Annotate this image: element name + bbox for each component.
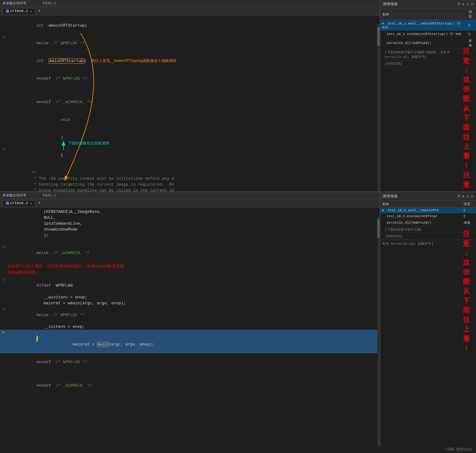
top-scrollbar[interactable] xyxy=(377,24,380,191)
bot-blank2 xyxy=(0,371,380,377)
top-annotation-red: 注意：这张图从下面往上看！注意：这张图从下面往上看！ xyxy=(458,46,475,191)
bottom-call-stack-panel: 调用堆栈 ⊓ ▾ ↗ ✕ 名称 语言 xyxy=(380,192,476,446)
code-line-comment3: * handling targetting the current image … xyxy=(0,182,380,187)
bottom-callstack-header: 调用堆栈 ⊓ ▾ ↗ ✕ xyxy=(380,192,476,201)
top-callstack-icons: ⊓ ▾ ↗ ✕ xyxy=(457,2,474,7)
top-panel: 未加载任何符号 test.c crtexe.c ✕ + xyxy=(0,0,476,192)
bottom-code-editor: 未加载任何符号 test.c crtexe.c ✕ + xyxy=(0,192,380,446)
bot-callstack-cell-lang-1: C xyxy=(462,213,476,219)
top-tab-add[interactable]: + xyxy=(38,8,41,14)
bot-callstack-row-0[interactable]: ► test_10_2.exel__tmainCRTS C xyxy=(380,208,476,213)
bot-line-4: showWindowMode xyxy=(0,226,380,232)
pin-icon[interactable]: ⊓ xyxy=(457,2,460,7)
bottom-annotation-red: 注意：这张图从下面往上看！ xyxy=(458,229,475,353)
top-code-editor: 未加载任何符号 test.c crtexe.c ✕ + xyxy=(0,0,380,191)
active-arrow-0: ► xyxy=(382,22,384,25)
code-line-8: ) xyxy=(0,129,380,146)
bot-line-2: NULL, xyxy=(0,215,380,221)
callstack-row-0[interactable]: ► test_10_2.exel__tmainCRTStartup() 行 62… xyxy=(380,20,476,31)
col-lang-header: 语言 xyxy=(467,9,476,20)
bot-close-panel-icon[interactable]: ✕ xyxy=(471,194,474,199)
bot-callstack-cell-name-2: kernel32.dll76dbfa29() xyxy=(380,219,462,226)
f10-annotation: 首先按F10进入调试，并打开调用堆栈窗口，发现main函数也是被 其他函数调用的… xyxy=(7,263,380,275)
bottom-tab-close[interactable]: ✕ xyxy=(30,201,32,205)
bot-pin-icon[interactable]: ⊓ xyxy=(457,194,460,199)
top-tab-test-inactive[interactable]: test.c xyxy=(43,1,56,6)
close-panel-icon[interactable]: ✕ xyxy=(471,2,474,7)
bot-callstack-cell-name-1: test_10_2.exelmainCRTStar xyxy=(380,213,462,219)
bottom-tab-add[interactable]: + xyxy=(38,200,41,206)
top-tab-close[interactable]: ✕ xyxy=(30,9,32,13)
tab-purple-icon xyxy=(6,10,9,13)
bot-line-14: #endif /* _WINMAIN_ */ xyxy=(0,377,380,394)
bot-line-10: □ #else /* WPRFLAG */ xyxy=(0,306,380,324)
code-line-comment4: * using exception handling can be called… xyxy=(0,187,380,191)
bot-menu-icon[interactable]: ▾ xyxy=(462,194,465,199)
main-highlight: main xyxy=(97,342,108,347)
top-code-content: int wmainCRTStartup( □ #else /* WPRFLAG … xyxy=(0,15,380,191)
bottom-scroll-thumb[interactable] xyxy=(377,219,380,238)
code-line-comment2: * The /GS security cookie must be initia… xyxy=(0,176,380,182)
bot-line-1: (HINSTANCE)&__ImageBase, xyxy=(0,209,380,215)
bottom-tab-purple-icon xyxy=(6,202,9,205)
code-line-7: void xyxy=(0,111,380,129)
bot-line-7: □ #ifdef WPRFLAG xyxy=(0,277,380,294)
bot-line-9: mainret = wmain(argc, argv, envp); xyxy=(0,300,380,306)
bot-callstack-cell-lang-0: C xyxy=(462,208,476,213)
callstack-cell-lang-1: C xyxy=(467,31,476,37)
bot-line-3: lpszCommandLine, xyxy=(0,221,380,226)
bottom-no-symbol-text: 未加载任何符号 xyxy=(2,193,26,198)
menu-icon[interactable]: ▾ xyxy=(462,2,465,7)
bottom-callstack-icons: ⊓ ▾ ↗ ✕ xyxy=(457,194,474,199)
code-line-6: #endif /* _WINMAIN_ */· xyxy=(0,93,380,111)
code-line-comment1: /* xyxy=(0,170,380,176)
bottom-no-symbol-bar: 未加载任何符号 test.c xyxy=(0,192,380,199)
bot-blank1 xyxy=(0,238,380,244)
code-line-9: □ { xyxy=(0,146,380,164)
bottom-panel: 未加载任何符号 test.c crtexe.c ✕ + xyxy=(0,192,476,446)
bot-callstack-row-2[interactable]: kernel32.dll76dbfa29() 未知 xyxy=(380,219,476,226)
bot-line-5: ); xyxy=(0,232,380,238)
bottom-tab-crtexe[interactable]: crtexe.c ✕ xyxy=(2,200,35,206)
mainCRTStartup-highlight: mainCRTStartup xyxy=(49,58,84,64)
callstack-cell-lang-0: C xyxy=(467,20,476,31)
bot-line-13: #endif /* WPRFLAG */ xyxy=(0,353,380,371)
code-line-3: int mainCRTStartup( 再往上发现__tmainCRTStart… xyxy=(0,52,380,70)
bottom-tab-test-inactive[interactable]: test.c xyxy=(43,193,56,198)
callstack-row-1[interactable]: test_10_2.exelmainCRTStartup() 行 466 C xyxy=(380,31,476,37)
top-callstack-header: 调用堆栈 ⊓ ▾ ↗ ✕ xyxy=(380,0,476,9)
csdn-label: CSDN @Cbltps xyxy=(446,447,472,452)
code-line-2: □ #else /* WPRFLAG */ xyxy=(0,34,380,52)
main-container: 未加载任何符号 test.c crtexe.c ✕ + xyxy=(0,0,476,453)
code-line-4: #endif /* WPRFLAG */ xyxy=(0,70,380,87)
top-no-symbol-bar: 未加载任何符号 test.c xyxy=(0,0,380,7)
callstack-cell-name-0: ► test_10_2.exel__tmainCRTStartup() 行 62… xyxy=(380,20,467,31)
col-name-header: 名称 xyxy=(380,9,467,20)
bot-float-icon[interactable]: ↗ xyxy=(466,194,469,199)
top-scroll-thumb[interactable] xyxy=(377,27,380,46)
bottom-scrollbar[interactable] xyxy=(377,216,380,446)
code-line-blank1 xyxy=(0,164,380,170)
top-callstack-title: 调用堆栈 xyxy=(383,2,398,7)
gutter-9: □ xyxy=(2,146,7,152)
bot-line-8: __winitenv = envp; xyxy=(0,294,380,300)
top-call-stack-panel: 调用堆栈 ⊓ ▾ ↗ ✕ 名称 语言 xyxy=(380,0,476,191)
bottom-callstack-title: 调用堆栈 xyxy=(383,194,398,199)
bot-callstack-cell-name-0: ► test_10_2.exel__tmainCRTS xyxy=(380,208,462,213)
bot-callstack-row-1[interactable]: test_10_2.exelmainCRTStar C xyxy=(380,213,476,219)
top-tab-crtexe[interactable]: crtexe.c ✕ xyxy=(2,8,35,14)
bot-line-6: □ #else /* _WINMAIN_ */ xyxy=(0,244,380,262)
bot-line-12: ► | mainret = main(argc, argv, envp); xyxy=(0,330,380,353)
top-tab-bar: crtexe.c ✕ + xyxy=(0,7,380,15)
bot-col-lang-header: 语言 xyxy=(462,201,476,208)
bot-callstack-cell-lang-2: 未知 xyxy=(462,219,476,226)
code-line-5 xyxy=(0,87,380,93)
top-no-symbol-text: 未加载任何符号 xyxy=(2,1,26,6)
bottom-code-content: (HINSTANCE)&__ImageBase, NULL, lpszComma… xyxy=(0,208,380,446)
callstack-cell-name-2: kernel32.dll76dbfa29() xyxy=(380,37,467,49)
status-bar: CSDN @Cbltps xyxy=(442,446,476,453)
gutter-2: □ xyxy=(2,34,7,40)
callstack-cell-name-1: test_10_2.exelmainCRTStartup() 行 466 xyxy=(380,31,467,37)
float-icon[interactable]: ↗ xyxy=(466,2,469,7)
code-line-1: int wmainCRTStartup( xyxy=(0,17,380,34)
